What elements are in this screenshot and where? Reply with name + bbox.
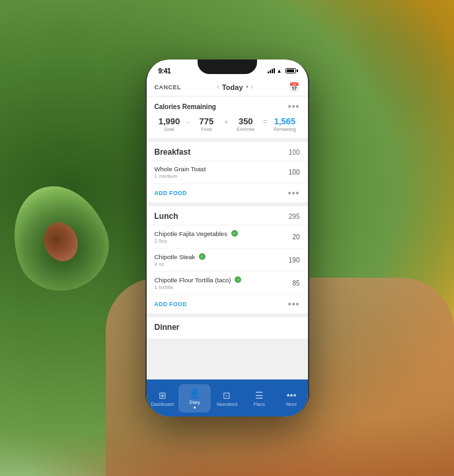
next-day-button[interactable]: › xyxy=(251,83,253,91)
date-navigation[interactable]: ‹ Today ▾ › xyxy=(217,83,253,91)
dinner-section: Dinner xyxy=(147,317,308,338)
battery-icon xyxy=(285,68,296,73)
status-icons: ▲ xyxy=(268,68,296,74)
dinner-title: Dinner xyxy=(155,323,180,332)
food-item: 775 Food xyxy=(192,116,221,132)
cancel-button[interactable]: CANCEL xyxy=(155,84,182,91)
status-time: 9:41 xyxy=(159,67,171,75)
more-icon: ••• xyxy=(287,390,297,401)
remaining-label: Remaining xyxy=(270,127,300,132)
exercise-label: Exercise xyxy=(231,127,260,132)
lunch-food-item-3[interactable]: Chipotle Flour Tortilla (taco) 1 tortill… xyxy=(147,272,308,295)
breakfast-header: Breakfast 100 xyxy=(147,142,308,161)
food-label: Food xyxy=(192,127,221,132)
verified-icon-1 xyxy=(231,230,238,237)
food-name: Whole Grain Toast xyxy=(155,165,289,173)
breakfast-section: Breakfast 100 Whole Grain Toast 1 medium… xyxy=(147,142,308,202)
phone-screen: 9:41 ▲ CANCEL xyxy=(147,60,308,416)
dashboard-label: Dashboard xyxy=(151,402,174,407)
lunch-more-button[interactable]: ••• xyxy=(288,299,300,309)
food-name-1: Chipotle Fajita Vegetables xyxy=(155,229,293,237)
food-info-2: Chipotle Steak 4 oz xyxy=(155,253,289,267)
food-value: 775 xyxy=(192,116,221,126)
goal-item: 1,990 Goal xyxy=(155,116,184,132)
phone-notch xyxy=(198,60,257,74)
food-calories-3: 85 xyxy=(292,280,299,287)
nav-newsfeed[interactable]: ⊡ Newsfeed xyxy=(211,386,243,411)
current-date: Today xyxy=(222,83,243,91)
diary-label: Diary xyxy=(190,400,200,405)
nav-more[interactable]: ••• More xyxy=(276,386,308,411)
breakfast-calories: 100 xyxy=(289,149,300,156)
breakfast-title: Breakfast xyxy=(155,147,191,157)
wifi-icon: ▲ xyxy=(277,68,282,74)
phone-device: 9:41 ▲ CANCEL xyxy=(145,60,309,416)
calories-remaining-card: Calories Remaining ••• 1,990 Goal - 775 … xyxy=(147,97,308,138)
exercise-value: 350 xyxy=(231,116,260,126)
breakfast-more-button[interactable]: ••• xyxy=(288,188,300,198)
main-content: Calories Remaining ••• 1,990 Goal - 775 … xyxy=(147,97,308,379)
bottom-navigation: ⊞ Dashboard 👤 Diary ⊡ Newsfeed ☰ Plans xyxy=(147,379,308,416)
calendar-icon[interactable]: 📅 xyxy=(289,82,299,92)
verified-icon-3 xyxy=(235,276,241,283)
lunch-add-food-button[interactable]: ADD FOOD xyxy=(155,301,187,307)
calories-more-button[interactable]: ••• xyxy=(288,102,300,111)
breakfast-food-item[interactable]: Whole Grain Toast 1 medium 100 xyxy=(147,161,308,184)
food-info-3: Chipotle Flour Tortilla (taco) 1 tortill… xyxy=(155,276,293,290)
food-calories-1: 20 xyxy=(292,233,299,241)
food-info: Whole Grain Toast 1 medium xyxy=(155,165,289,179)
goal-value: 1,990 xyxy=(155,116,184,126)
lunch-food-item-2[interactable]: Chipotle Steak 4 oz 190 xyxy=(147,249,308,272)
nav-diary[interactable]: 👤 Diary xyxy=(178,384,211,413)
more-label: More xyxy=(286,402,297,407)
lunch-header: Lunch 295 xyxy=(147,206,308,225)
lunch-food-item-1[interactable]: Chipotle Fajita Vegetables 2.5oz 20 xyxy=(147,225,308,249)
lunch-calories: 295 xyxy=(289,213,300,220)
nav-dashboard[interactable]: ⊞ Dashboard xyxy=(147,386,179,411)
calories-title: Calories Remaining xyxy=(155,103,216,110)
food-name-3: Chipotle Flour Tortilla (taco) xyxy=(155,276,293,284)
food-name-2: Chipotle Steak xyxy=(155,253,289,260)
breakfast-add-food-button[interactable]: ADD FOOD xyxy=(155,190,187,196)
breakfast-add-food-row: ADD FOOD ••• xyxy=(147,184,308,202)
lunch-section: Lunch 295 Chipotle Fajita Vegetables 2.5… xyxy=(147,206,308,313)
remaining-value: 1,565 xyxy=(270,116,300,126)
phone-wrapper: 9:41 ▲ CANCEL xyxy=(145,60,309,416)
food-serving: 1 medium xyxy=(155,173,289,179)
plus-operator: + xyxy=(224,118,228,126)
signal-icon xyxy=(268,68,275,73)
dashboard-icon: ⊞ xyxy=(159,390,167,401)
newsfeed-label: Newsfeed xyxy=(217,402,237,407)
prev-day-button[interactable]: ‹ xyxy=(217,83,219,91)
equals-operator: = xyxy=(263,118,267,126)
nav-plans[interactable]: ☰ Plans xyxy=(243,386,276,411)
plans-icon: ☰ xyxy=(255,390,264,401)
lunch-add-food-row: ADD FOOD ••• xyxy=(147,295,308,313)
newsfeed-icon: ⊡ xyxy=(223,390,231,401)
food-calories: 100 xyxy=(289,169,300,176)
calories-header: Calories Remaining ••• xyxy=(155,102,300,111)
active-indicator xyxy=(194,407,196,409)
food-calories-2: 190 xyxy=(289,257,300,264)
date-dropdown-icon[interactable]: ▾ xyxy=(246,84,248,90)
remaining-item: 1,565 Remaining xyxy=(270,116,300,132)
verified-icon-2 xyxy=(199,253,206,260)
plans-label: Plans xyxy=(254,402,266,407)
app-header: CANCEL ‹ Today ▾ › 📅 xyxy=(147,78,308,97)
diary-icon: 👤 xyxy=(189,388,200,399)
minus-operator: - xyxy=(186,118,189,126)
food-serving-1: 2.5oz xyxy=(155,238,293,244)
calories-row: 1,990 Goal - 775 Food + 350 Exercise xyxy=(155,116,300,132)
exercise-item: 350 Exercise xyxy=(231,116,260,132)
food-serving-2: 4 oz xyxy=(155,261,289,267)
goal-label: Goal xyxy=(155,127,184,132)
lunch-title: Lunch xyxy=(155,212,178,221)
food-info-1: Chipotle Fajita Vegetables 2.5oz xyxy=(155,229,293,244)
food-serving-3: 1 tortilla xyxy=(155,284,293,290)
